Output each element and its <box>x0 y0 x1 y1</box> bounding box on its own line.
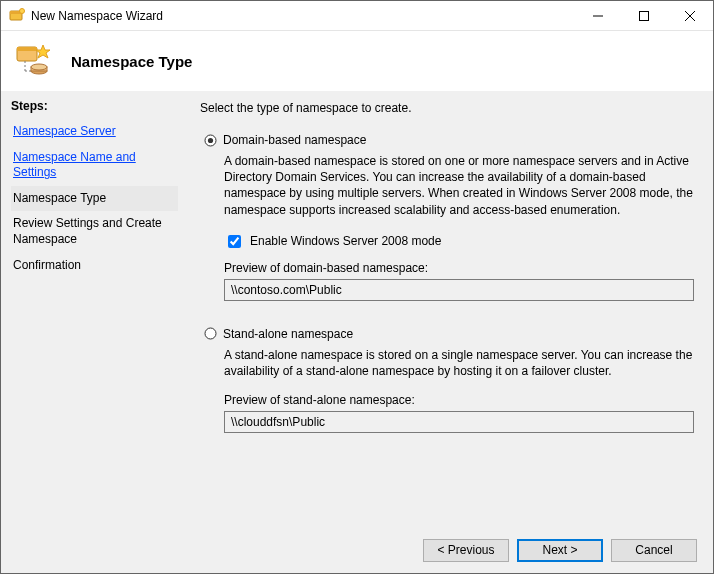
window-title: New Namespace Wizard <box>31 9 575 23</box>
step-review-settings[interactable]: Review Settings and Create Namespace <box>11 211 178 252</box>
stand-alone-radio[interactable] <box>204 327 217 340</box>
close-button[interactable] <box>667 1 713 30</box>
minimize-button[interactable] <box>575 1 621 30</box>
stand-alone-preview-value: \\clouddfsn\Public <box>224 411 694 433</box>
step-namespace-name-settings[interactable]: Namespace Name and Settings <box>11 145 178 186</box>
header-band: Namespace Type <box>1 31 713 91</box>
main-content: Select the type of namespace to create. … <box>186 91 713 527</box>
steps-heading: Steps: <box>11 99 178 113</box>
domain-based-radio[interactable] <box>204 134 217 147</box>
instruction-text: Select the type of namespace to create. <box>200 101 693 115</box>
step-confirmation[interactable]: Confirmation <box>11 253 178 279</box>
stand-alone-radio-label: Stand-alone namespace <box>223 327 353 341</box>
namespace-wizard-icon <box>9 8 25 24</box>
wizard-large-icon <box>15 41 55 81</box>
steps-sidebar: Steps: Namespace Server Namespace Name a… <box>1 91 186 527</box>
previous-button[interactable]: < Previous <box>423 539 509 562</box>
wizard-footer: < Previous Next > Cancel <box>1 527 713 573</box>
domain-based-group: Domain-based namespace A domain-based na… <box>200 133 693 301</box>
svg-point-16 <box>205 328 216 339</box>
page-title: Namespace Type <box>71 53 192 70</box>
svg-point-15 <box>208 137 213 142</box>
enable-2008-mode-checkbox[interactable] <box>228 235 241 248</box>
cancel-button[interactable]: Cancel <box>611 539 697 562</box>
maximize-button[interactable] <box>621 1 667 30</box>
titlebar: New Namespace Wizard <box>1 1 713 31</box>
domain-preview-label: Preview of domain-based namespace: <box>224 261 693 275</box>
step-namespace-type[interactable]: Namespace Type <box>11 186 178 212</box>
step-namespace-server[interactable]: Namespace Server <box>11 119 178 145</box>
svg-rect-4 <box>640 11 649 20</box>
next-button[interactable]: Next > <box>517 539 603 562</box>
svg-point-2 <box>20 8 25 13</box>
domain-preview-value: \\contoso.com\Public <box>224 279 694 301</box>
stand-alone-preview-label: Preview of stand-alone namespace: <box>224 393 693 407</box>
domain-based-radio-label: Domain-based namespace <box>223 133 366 147</box>
svg-point-13 <box>31 64 47 70</box>
stand-alone-description: A stand-alone namespace is stored on a s… <box>224 347 693 379</box>
stand-alone-group: Stand-alone namespace A stand-alone name… <box>200 327 693 433</box>
svg-rect-8 <box>17 47 37 51</box>
body: Steps: Namespace Server Namespace Name a… <box>1 91 713 527</box>
domain-based-description: A domain-based namespace is stored on on… <box>224 153 693 218</box>
enable-2008-mode-label: Enable Windows Server 2008 mode <box>250 234 441 248</box>
window-controls <box>575 1 713 30</box>
